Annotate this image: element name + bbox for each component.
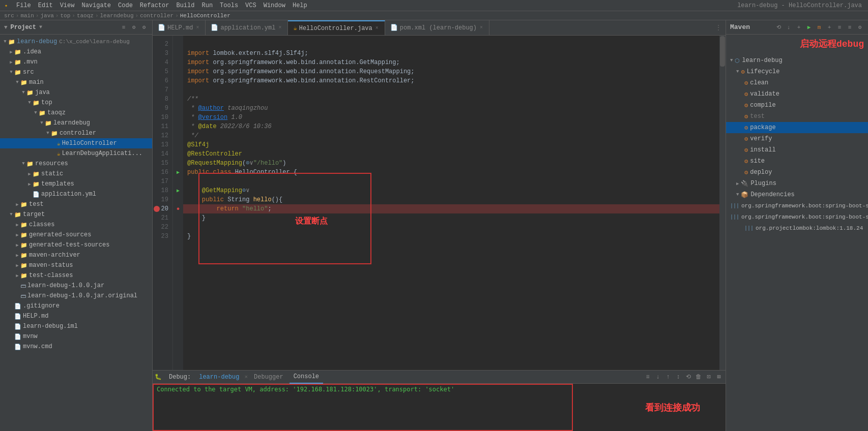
menu-build[interactable]: Build bbox=[173, 0, 197, 11]
tree-item-generated-test-sources[interactable]: ▶ 📁 generated-test-sources bbox=[0, 240, 152, 250]
maven-plus-btn[interactable]: + bbox=[825, 23, 833, 32]
tree-item-jar2[interactable]: 🗃 learn-debug-1.0.0.jar.original bbox=[0, 291, 152, 301]
tree-item-mvn[interactable]: ▶ 📁 .mvn bbox=[0, 57, 152, 67]
menu-view[interactable]: View bbox=[57, 0, 78, 11]
tab-pomxml[interactable]: 📄 pom.xml (learn-debug) × bbox=[385, 20, 489, 36]
tree-item-taoqz[interactable]: ▼ 📁 taoqz bbox=[0, 108, 152, 118]
debug-tool-3[interactable]: ↑ bbox=[663, 373, 673, 382]
maven-item-site[interactable]: ⚙ site bbox=[726, 156, 868, 167]
maven-download-btn[interactable]: ↓ bbox=[785, 23, 793, 32]
tab-close[interactable]: × bbox=[277, 25, 282, 30]
maven-settings-btn[interactable]: ≡ bbox=[835, 23, 844, 32]
menu-navigate[interactable]: Navigate bbox=[78, 0, 114, 11]
tree-arrow: ▶ bbox=[26, 171, 33, 177]
debug-tool-8[interactable]: ⊞ bbox=[714, 373, 724, 382]
menu-tools[interactable]: Tools bbox=[217, 0, 241, 11]
maven-item-compile[interactable]: ⚙ compile bbox=[726, 100, 868, 111]
tree-item-mvnw[interactable]: 📄 mvnw bbox=[0, 331, 152, 342]
debug-tool-1[interactable]: ≡ bbox=[643, 373, 652, 382]
maven-item-plugins[interactable]: ▶ 🔌 Plugins bbox=[726, 178, 868, 189]
tree-item-target[interactable]: ▼ 📁 target bbox=[0, 209, 152, 220]
debug-tool-5[interactable]: ⟲ bbox=[684, 373, 693, 382]
menu-window[interactable]: Window bbox=[261, 0, 288, 11]
tab-appyml[interactable]: 📄 application.yml × bbox=[206, 20, 288, 36]
menu-code[interactable]: Code bbox=[115, 0, 136, 11]
maven-item-dependencies[interactable]: ▼ 📦 Dependencies bbox=[726, 189, 868, 200]
maven-item-dep3[interactable]: ||| org.projectlombok:lombok:1.18.24 bbox=[726, 223, 868, 234]
maven-item-package[interactable]: ⚙ package bbox=[726, 122, 868, 133]
tree-item-generated-sources[interactable]: ▶ 📁 generated-sources bbox=[0, 230, 152, 240]
sidebar-collapse-btn[interactable]: ≡ bbox=[120, 23, 128, 32]
run-gutter-icon[interactable]: ▶ bbox=[177, 169, 180, 175]
menu-edit[interactable]: Edit bbox=[35, 0, 56, 11]
tree-item-controller[interactable]: ▼ 📁 controller bbox=[0, 128, 152, 138]
maven-run-btn[interactable]: ▶ bbox=[805, 23, 813, 32]
menu-help[interactable]: Help bbox=[290, 0, 310, 11]
scrollbar-thumb[interactable] bbox=[720, 36, 725, 67]
tree-item-java[interactable]: ▼ 📁 java bbox=[0, 87, 152, 98]
menu-vcs[interactable]: VCS bbox=[242, 0, 259, 11]
run-gutter-icon2[interactable]: ▶ bbox=[177, 188, 180, 194]
tree-item-iml[interactable]: 📄 learn-debug.iml bbox=[0, 321, 152, 331]
tree-item-resources[interactable]: ▼ 📁 resources bbox=[0, 159, 152, 169]
sidebar-settings-btn[interactable]: ⚙ bbox=[130, 23, 138, 32]
menu-run[interactable]: Run bbox=[198, 0, 216, 11]
tree-item-idea[interactable]: ▶ 📁 .idea bbox=[0, 47, 152, 57]
tab-close[interactable]: × bbox=[479, 25, 484, 30]
tree-item-templates[interactable]: ▶ 📁 templates bbox=[0, 179, 152, 189]
tree-item-test[interactable]: ▶ 📁 test bbox=[0, 199, 152, 209]
tab-hellocontroller[interactable]: ☕ HelloController.java × bbox=[288, 20, 385, 36]
maven-item-verify[interactable]: ⚙ verify bbox=[726, 133, 868, 144]
tree-item-learndebugapp[interactable]: ☕ LearnDebugApplicati... bbox=[0, 148, 152, 159]
maven-item-deploy[interactable]: ⚙ deploy bbox=[726, 167, 868, 178]
debug-tool-6[interactable]: 🗑 bbox=[694, 373, 703, 382]
maven-refresh-btn[interactable]: ⟲ bbox=[774, 23, 783, 32]
debug-tab-debugger[interactable]: Debugger bbox=[250, 371, 287, 384]
tree-item-learn-debug[interactable]: ▼ 📁 learn-debug C:\x_code\learn-debug bbox=[0, 37, 152, 47]
maven-add-btn[interactable]: + bbox=[795, 23, 803, 32]
tab-close[interactable]: × bbox=[195, 25, 200, 30]
tab-helpmd[interactable]: 📄 HELP.md × bbox=[153, 20, 206, 36]
tree-item-appyml[interactable]: 📄 application.yml bbox=[0, 189, 152, 199]
tree-item-test-classes[interactable]: ▶ 📁 test-classes bbox=[0, 270, 152, 281]
menu-file[interactable]: File bbox=[13, 0, 34, 11]
menu-refactor[interactable]: Refactor bbox=[137, 0, 172, 11]
editor-scrollbar[interactable] bbox=[719, 36, 726, 370]
tree-item-helpmd[interactable]: 📄 HELP.md bbox=[0, 311, 152, 321]
project-tree[interactable]: ▼ 📁 learn-debug C:\x_code\learn-debug ▶ … bbox=[0, 35, 152, 431]
maven-item-dep1[interactable]: ||| org.springframework.boot:spring-boot… bbox=[726, 200, 868, 211]
tree-item-maven-status[interactable]: ▶ 📁 maven-status bbox=[0, 260, 152, 270]
maven-item-root[interactable]: ▼ ⬡ learn-debug bbox=[726, 55, 868, 66]
maven-item-test[interactable]: ⚙ test bbox=[726, 111, 868, 122]
tree-item-gitignore[interactable]: 📄 .gitignore bbox=[0, 301, 152, 311]
debug-tool-7[interactable]: ⊡ bbox=[704, 373, 713, 382]
sidebar-gear-btn[interactable]: ⚙ bbox=[140, 23, 148, 32]
debug-tool-4[interactable]: ↕ bbox=[674, 373, 683, 382]
maven-m-btn[interactable]: m bbox=[815, 23, 823, 32]
maven-item-lifecycle[interactable]: ▼ ⚙ Lifecycle bbox=[726, 66, 868, 77]
tabs-more[interactable]: ⋮ bbox=[711, 24, 726, 32]
code-content[interactable]: 设置断点 import lombok.extern.slf4j.Slf4j; i… bbox=[183, 36, 719, 370]
tree-item-main[interactable]: ▼ 📁 main bbox=[0, 77, 152, 87]
tree-item-classes[interactable]: ▶ 📁 classes bbox=[0, 220, 152, 230]
debug-tab-console[interactable]: Console bbox=[290, 371, 323, 384]
tree-item-top[interactable]: ▼ 📁 top bbox=[0, 98, 152, 108]
maven-item-install[interactable]: ⚙ install bbox=[726, 144, 868, 156]
tree-item-jar1[interactable]: 🗃 learn-debug-1.0.0.jar bbox=[0, 281, 152, 291]
maven-gear-btn[interactable]: ⚙ bbox=[856, 23, 864, 32]
maven-item-dep2[interactable]: ||| org.springframework.boot:spring-boot… bbox=[726, 211, 868, 223]
tree-item-maven-archiver[interactable]: ▶ 📁 maven-archiver bbox=[0, 250, 152, 260]
tree-item-static[interactable]: ▶ 📁 static bbox=[0, 169, 152, 179]
maven-item-clean[interactable]: ⚙ clean bbox=[726, 77, 868, 88]
breakpoint-gutter[interactable]: ● bbox=[177, 206, 180, 212]
maven-cols-btn[interactable]: ≡ bbox=[846, 23, 854, 32]
debug-tool-2[interactable]: ↓ bbox=[653, 373, 662, 382]
tab-close[interactable]: × bbox=[374, 25, 380, 31]
debug-close[interactable]: × bbox=[244, 374, 248, 380]
maven-item-validate[interactable]: ⚙ validate bbox=[726, 88, 868, 100]
tree-item-src[interactable]: ▼ 📁 src bbox=[0, 67, 152, 77]
tree-item-mvnw-cmd[interactable]: 📄 mvnw.cmd bbox=[0, 342, 152, 352]
tree-item-learndebug[interactable]: ▼ 📁 learndebug bbox=[0, 118, 152, 128]
tree-item-hellocontroller[interactable]: ☕ HelloController bbox=[0, 138, 152, 148]
maven-tree[interactable]: ▼ ⬡ learn-debug ▼ ⚙ Lifecycle ⚙ clean ⚙ … bbox=[726, 53, 868, 431]
